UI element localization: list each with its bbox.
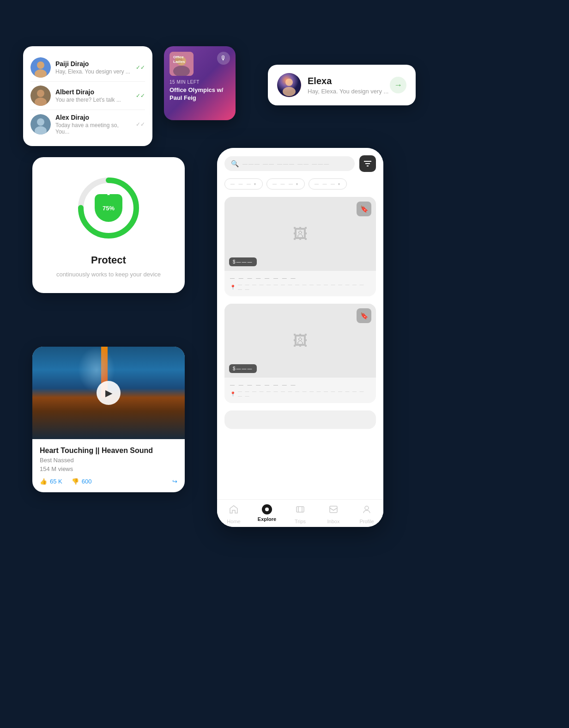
filter-chip-2[interactable]: — — — ▾ <box>266 178 305 190</box>
bottom-navigation: Home Explore Trips <box>217 499 383 527</box>
nav-inbox[interactable]: Inbox <box>317 504 350 524</box>
search-bar: 🔍 ——— —— ——— —— ——— <box>224 155 376 172</box>
listing-title-1: — — — — — — — — <box>230 275 370 281</box>
search-icon: 🔍 <box>231 160 239 167</box>
contact-message: Hay, Elexa. You design very ... <box>308 88 390 95</box>
listing-info-1: — — — — — — — — 📍 — — — — — — — — — — — … <box>224 271 376 296</box>
image-placeholder-icon: 🖼 <box>293 332 308 349</box>
home-label: Home <box>227 519 240 524</box>
donut-center-content: ▲ 75% <box>95 194 122 222</box>
share-icon: ↪ <box>172 478 177 485</box>
inbox-label: Inbox <box>327 519 340 524</box>
chat-info: Albert Dirajo You are there? Let's talk … <box>55 88 134 103</box>
podcast-title: Office Olympics w/ Paul Feig <box>169 86 230 102</box>
chat-info: Paiji Dirajo Hay, Elexa. You design very… <box>55 60 134 75</box>
svg-point-7 <box>37 118 44 126</box>
message-preview: You are there? Let's talk ... <box>55 97 134 103</box>
chat-info: Alex Dirajo Today have a meeting so, You… <box>55 114 134 135</box>
home-icon <box>229 504 239 517</box>
contact-arrow-button[interactable]: → <box>390 77 406 93</box>
contact-name: Elexa <box>308 76 390 86</box>
message-preview: Today have a meeting so, You... <box>55 122 134 135</box>
trips-icon <box>295 504 305 517</box>
filter-icon <box>364 160 371 167</box>
chevron-down-icon: ▾ <box>254 182 257 186</box>
location-icon: 📍 <box>230 285 236 290</box>
app-body: 🔍 ——— —— ——— —— ——— — — — ▾ <box>217 148 383 499</box>
listing-location-2: 📍 — — — — — — — — — — — — — — — — — — — … <box>230 389 370 398</box>
svg-rect-26 <box>330 506 337 513</box>
chevron-down-icon: ▾ <box>338 182 341 186</box>
svg-rect-23 <box>297 507 304 512</box>
podcast-card[interactable]: Office Ladies 🎙 15 MIN LEFT Office Olymp… <box>164 46 236 120</box>
nav-explore[interactable]: Explore <box>250 504 284 524</box>
profile-label: Profile <box>359 519 374 524</box>
protect-title: Protect <box>46 254 171 266</box>
like-icon: 👍 <box>40 478 47 485</box>
video-info: Heart Touching || Heaven Sound Best Nass… <box>32 439 185 492</box>
filter-chip-3[interactable]: — — — ▾ <box>309 178 347 190</box>
svg-point-16 <box>285 79 293 86</box>
share-button[interactable]: ↪ <box>172 478 177 485</box>
listing-card-2[interactable]: 🖼 🔖 $——— — — — — — — — — 📍 — — — — — — —… <box>224 304 376 403</box>
svg-point-17 <box>283 87 296 96</box>
dislike-button[interactable]: 👎 600 <box>72 478 92 485</box>
explore-label: Explore <box>258 516 276 522</box>
message-preview: Hay, Elexa. You design very ... <box>55 68 134 75</box>
progress-donut: ▲ 75% <box>72 171 145 245</box>
filter-chip-1[interactable]: — — — ▾ <box>224 178 263 190</box>
like-button[interactable]: 👍 65 K <box>40 478 62 485</box>
svg-point-27 <box>365 506 369 510</box>
location-text-2: — — — — — — — — — — — — — — — — — — — — <box>238 389 370 398</box>
search-placeholder: ——— —— ——— —— ——— <box>242 161 330 166</box>
read-tick: ✓✓ <box>136 92 145 99</box>
filter-label: — — — <box>315 182 336 186</box>
dislike-count: 600 <box>82 478 92 485</box>
nav-trips[interactable]: Trips <box>284 504 317 524</box>
chat-list-item[interactable]: Paiji Dirajo Hay, Elexa. You design very… <box>30 54 145 82</box>
inbox-icon <box>328 504 339 517</box>
location-icon: 📍 <box>230 392 236 397</box>
filter-button[interactable] <box>359 155 376 172</box>
video-views: 154 M views <box>40 465 177 472</box>
mobile-app-frame: 🔍 ——— —— ——— —— ——— — — — ▾ <box>217 148 383 527</box>
location-text-1: — — — — — — — — — — — — — — — — — — — — <box>238 282 370 292</box>
protect-subtitle: continuously works to keep your device <box>46 270 171 279</box>
video-title: Heart Touching || Heaven Sound <box>40 447 177 455</box>
explore-icon <box>262 504 272 514</box>
video-actions: 👍 65 K 👎 600 ↪ <box>40 478 177 485</box>
bookmark-button-2[interactable]: 🔖 <box>357 308 371 323</box>
listing-location-1: 📍 — — — — — — — — — — — — — — — — — — — … <box>230 282 370 292</box>
listing-card-3 <box>224 410 376 429</box>
podcast-thumbnail: Office Ladies <box>169 52 194 76</box>
contact-name: Alex Dirajo <box>55 114 134 121</box>
video-author: Best Nassed <box>40 457 177 464</box>
listing-image-2: 🖼 🔖 $——— <box>224 304 376 378</box>
listing-info-2: — — — — — — — — 📍 — — — — — — — — — — — … <box>224 378 376 403</box>
contact-card[interactable]: Elexa Hay, Elexa. You design very ... → <box>268 65 416 105</box>
chat-list-item[interactable]: Albert Dirajo You are there? Let's talk … <box>30 82 145 110</box>
read-tick: ✓✓ <box>136 64 145 71</box>
video-thumbnail: ▶ <box>32 347 185 439</box>
contact-avatar <box>277 73 301 97</box>
price-badge-2: $——— <box>229 364 257 373</box>
play-button[interactable]: ▶ <box>97 381 121 405</box>
filter-label: — — — <box>272 182 294 186</box>
filter-label: — — — <box>230 182 252 186</box>
bookmark-button-1[interactable]: 🔖 <box>357 202 371 216</box>
nav-profile[interactable]: Profile <box>350 504 383 524</box>
listing-card-1[interactable]: 🖼 🔖 $——— — — — — — — — — 📍 — — — — — — —… <box>224 197 376 296</box>
chat-list-item[interactable]: Alex Dirajo Today have a meeting so, You… <box>30 110 145 139</box>
contact-info: Elexa Hay, Elexa. You design very ... <box>308 76 390 95</box>
nav-home[interactable]: Home <box>217 504 250 524</box>
shield-icon: ▲ 75% <box>95 194 122 222</box>
filter-chips-row: — — — ▾ — — — ▾ — — — ▾ <box>224 178 376 190</box>
avatar <box>30 57 51 78</box>
like-count: 65 K <box>50 478 62 485</box>
video-card[interactable]: ▶ Heart Touching || Heaven Sound Best Na… <box>32 347 185 492</box>
protect-card: ▲ 75% Protect continuously works to keep… <box>32 157 185 293</box>
search-input-container[interactable]: 🔍 ——— —— ——— —— ——— <box>224 156 355 171</box>
avatar <box>30 114 51 135</box>
chat-list-card: Paiji Dirajo Hay, Elexa. You design very… <box>23 46 152 146</box>
listing-title-2: — — — — — — — — <box>230 382 370 387</box>
